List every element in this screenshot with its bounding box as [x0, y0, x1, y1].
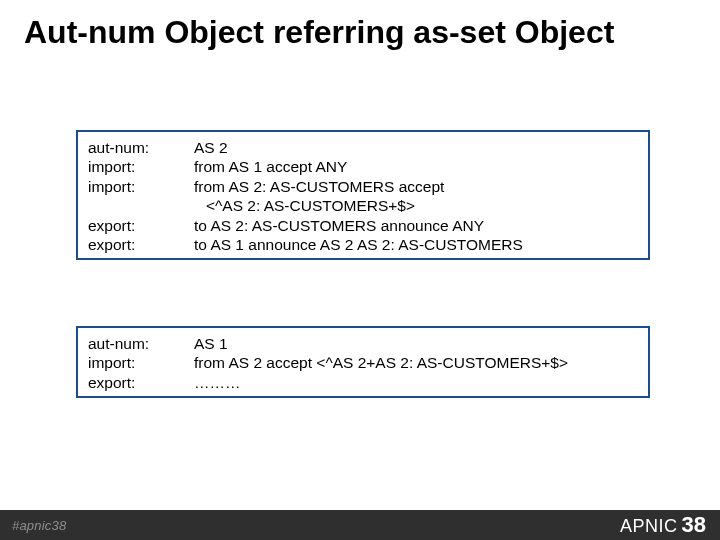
code-line: import:from AS 2: AS-CUSTOMERS accept	[88, 177, 638, 196]
code-value: to AS 2: AS-CUSTOMERS announce ANY	[194, 216, 638, 235]
code-key: export:	[88, 373, 194, 392]
code-value: AS 1	[194, 334, 638, 353]
code-box-as1: aut-num: AS 1import:from AS 2 accept <^A…	[76, 326, 650, 398]
code-line: aut-num: AS 2	[88, 138, 638, 157]
footer-bar: #apnic38 APNIC 38	[0, 510, 720, 540]
code-value: from AS 1 accept ANY	[194, 157, 638, 176]
code-value: from AS 2 accept <^AS 2+AS 2: AS-CUSTOME…	[194, 353, 638, 372]
slide-title: Aut-num Object referring as-set Object	[24, 14, 696, 51]
code-line: export:………	[88, 373, 638, 392]
code-value: AS 2	[194, 138, 638, 157]
code-key: aut-num:	[88, 334, 194, 353]
code-key: import:	[88, 353, 194, 372]
code-box-as2: aut-num: AS 2import:from AS 1 accept ANY…	[76, 130, 650, 260]
code-key: export:	[88, 216, 194, 235]
code-key: import:	[88, 177, 194, 196]
code-line: import:from AS 1 accept ANY	[88, 157, 638, 176]
code-key: aut-num:	[88, 138, 194, 157]
code-value: ………	[194, 373, 638, 392]
code-key: export:	[88, 235, 194, 254]
code-key: import:	[88, 157, 194, 176]
code-line: <^AS 2: AS-CUSTOMERS+$>	[88, 196, 638, 215]
code-line: export:to AS 1 announce AS 2 AS 2: AS-CU…	[88, 235, 638, 254]
brand-number-text: 38	[682, 512, 706, 538]
code-line: import:from AS 2 accept <^AS 2+AS 2: AS-…	[88, 353, 638, 372]
code-line: export:to AS 2: AS-CUSTOMERS announce AN…	[88, 216, 638, 235]
footer-brand: APNIC 38	[620, 512, 706, 538]
code-value: from AS 2: AS-CUSTOMERS accept	[194, 177, 638, 196]
footer-hashtag: #apnic38	[12, 518, 66, 533]
brand-name-text: APNIC	[620, 516, 678, 537]
slide: Aut-num Object referring as-set Object a…	[0, 0, 720, 540]
code-line: aut-num: AS 1	[88, 334, 638, 353]
code-value: to AS 1 announce AS 2 AS 2: AS-CUSTOMERS	[194, 235, 638, 254]
